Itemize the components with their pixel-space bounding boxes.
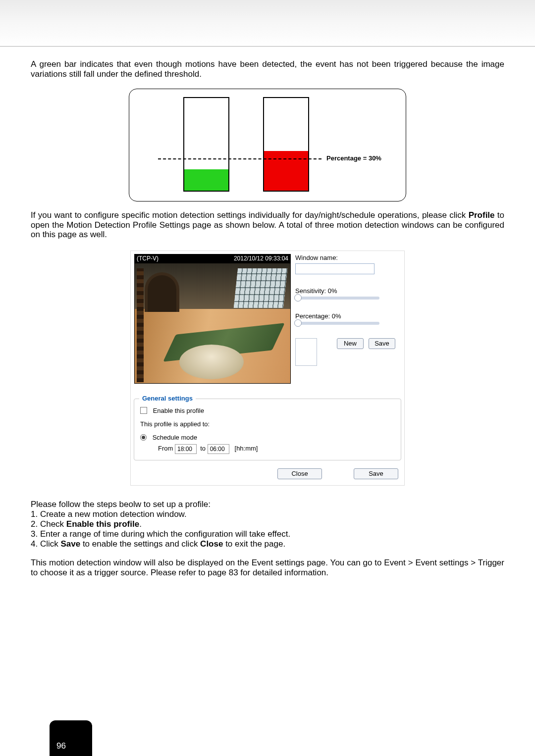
profile-bold: Profile	[469, 210, 495, 220]
window-name-input[interactable]	[295, 263, 374, 274]
save-button[interactable]: Save	[369, 338, 395, 349]
percentage-slider[interactable]	[295, 322, 379, 325]
schedule-mode-label: Schedule mode	[153, 434, 197, 441]
step-4-prefix: 4. Click	[31, 539, 60, 549]
red-bar	[264, 151, 308, 191]
general-settings-title: General settings	[139, 395, 196, 402]
step-1: 1. Create a new motion detection window.	[31, 509, 504, 519]
step-4: 4. Click Save to enable the settings and…	[31, 539, 504, 549]
camera-preview: (TCP-V) 2012/10/12 09:33:04	[134, 254, 291, 384]
to-time-input[interactable]: 06:00	[208, 444, 229, 454]
step-2-suffix: .	[139, 519, 142, 529]
green-bar	[184, 169, 228, 191]
percentage-label: Percentage: 0%	[295, 312, 399, 320]
step-2-prefix: 2. Check	[31, 519, 66, 529]
camera-scene	[135, 263, 290, 383]
header-gradient	[0, 0, 535, 47]
threshold-label: Percentage = 30%	[326, 154, 381, 162]
step-3: 3. Enter a range of time during which th…	[31, 529, 504, 539]
note-paragraph: This motion detection window will also b…	[31, 558, 504, 577]
step-2: 2. Check Enable this profile.	[31, 519, 504, 529]
steps-intro: Please follow the steps beolw to set up …	[31, 500, 504, 509]
profile-paragraph: If you want to configure specific motion…	[31, 210, 504, 240]
new-button[interactable]: New	[337, 338, 364, 349]
applied-to-label: This profile is applied to:	[140, 420, 395, 428]
camera-timestamp: 2012/10/12 09:33:04	[234, 255, 288, 263]
from-label: From	[158, 445, 173, 452]
to-label: to	[200, 445, 206, 452]
step-4-suffix: to exit the page.	[223, 539, 285, 549]
profile-settings-panel: (TCP-V) 2012/10/12 09:33:04 Window	[130, 251, 405, 486]
threshold-diagram: Percentage = 30%	[31, 89, 504, 202]
sensitivity-slider[interactable]	[295, 297, 379, 300]
step-4-mid: to enable the settings and click	[80, 539, 200, 549]
threshold-line	[158, 158, 321, 159]
save-profile-button[interactable]: Save	[354, 468, 398, 479]
step-2-bold: Enable this profile	[66, 519, 139, 529]
intro-paragraph: A green bar indicates that even though m…	[31, 59, 504, 79]
sensitivity-label: Sensitivity: 0%	[295, 287, 399, 295]
enable-profile-label: Enable this profile	[153, 407, 204, 414]
enable-profile-checkbox[interactable]	[140, 407, 147, 414]
step-4-bold2: Close	[200, 539, 223, 549]
time-format-hint: [hh:mm]	[235, 445, 258, 452]
schedule-mode-radio[interactable]	[140, 434, 147, 441]
step-4-bold1: Save	[60, 539, 80, 549]
camera-source: (TCP-V)	[137, 255, 159, 263]
close-button[interactable]: Close	[277, 468, 322, 479]
window-list[interactable]	[295, 338, 317, 366]
general-settings-group: General settings Enable this profile Thi…	[134, 399, 401, 460]
from-time-input[interactable]: 18:00	[175, 444, 197, 454]
profile-para-prefix: If you want to configure specific motion…	[31, 210, 469, 220]
window-name-label: Window name:	[295, 254, 399, 261]
